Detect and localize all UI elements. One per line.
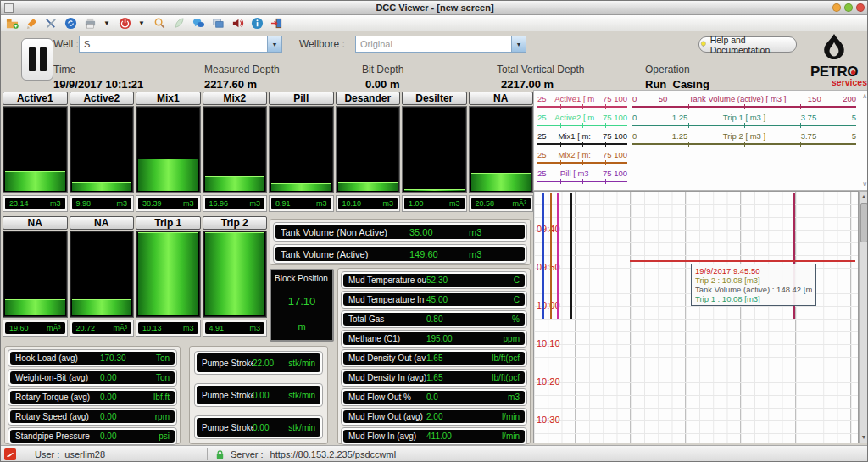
tank-active1: Active1 23.14m3 [3, 92, 68, 212]
server-value: https://80.153.2.235/psdccwml [270, 449, 397, 459]
tank-na-2: NA 19.60mÂ³ [3, 216, 68, 337]
mud-density-in-row: Mud Density In (avg)1.65lb/ft(pcf [343, 371, 525, 384]
param-value: 45.00 [426, 295, 476, 304]
param-label: Methane (C1) [348, 334, 426, 343]
hook-load-row: Hook Load (avg)170.30Ton [10, 352, 175, 365]
user-value: userlim28 [64, 449, 105, 459]
tank-na-1: NA 20.58mÂ³ [469, 92, 534, 212]
measured-depth-value: 2217.60 m [204, 78, 257, 91]
sound-icon[interactable] [231, 17, 244, 30]
param-unit: Ton [141, 353, 170, 363]
tank-gauge [402, 106, 467, 193]
tank-fill [338, 182, 398, 191]
chevron-down-icon[interactable]: ▼ [511, 36, 526, 52]
power-icon[interactable] [119, 17, 131, 30]
tank-value: 20.58 [476, 199, 495, 208]
well-select[interactable]: S ▼ [79, 36, 282, 53]
tools-icon[interactable] [45, 17, 58, 30]
param-value: 0.00 [253, 391, 281, 400]
chart-scrollbar[interactable]: ▲ ▼ [859, 191, 868, 443]
info-icon[interactable] [251, 17, 264, 30]
tank-fill [5, 299, 65, 315]
tank-unit: m3 [183, 199, 194, 208]
edit-icon[interactable] [25, 17, 38, 30]
tank-mix2: Mix2 16.96m3 [203, 92, 268, 212]
param-unit: stk/min [281, 423, 315, 432]
param-label: Mud Density In (avg) [348, 373, 426, 382]
scroll-down-icon[interactable]: ▼ [860, 432, 868, 443]
param-unit: stk/min [281, 359, 315, 368]
minimize-button[interactable] [832, 3, 841, 12]
chevron-down-icon[interactable]: ▼ [267, 36, 281, 52]
user-label: User : [35, 449, 59, 459]
tank-fill [271, 183, 331, 191]
tank-unit: m3 [449, 199, 460, 208]
scroll-up-icon[interactable]: ▲ [860, 192, 868, 202]
tank-value: 10.10 [342, 199, 362, 208]
param-label: Pumpe Stroke #3 [202, 423, 253, 432]
legend-row-trip2: 01.25Trip 2 [ m3 ]3.755 [632, 131, 856, 145]
param-unit: lb/ft(pcf [476, 373, 520, 382]
flame-icon [819, 33, 849, 60]
measured-depth-label: Measured Depth [204, 64, 280, 75]
tooltip-trip1: Trip 1 : 10.08 [m3] [695, 294, 812, 303]
tank-desilter: Desilter 1.00m3 [402, 92, 467, 212]
param-value: 0.00 [100, 392, 141, 402]
tooltip-time: 19/9/2017 9:45:50 [695, 266, 812, 276]
tank-gauge [3, 106, 68, 193]
power-dropdown-icon[interactable]: ▼ [138, 19, 147, 27]
tank-trip1: Trip 1 10.13m3 [136, 216, 201, 337]
scrollbar-thumb[interactable] [860, 203, 868, 242]
bit-depth-value: 0.00 m [365, 78, 399, 91]
param-value: 22.00 [253, 359, 281, 368]
exit-icon[interactable] [270, 17, 283, 30]
param-label: Tank Volume (Active) [281, 249, 409, 259]
new-screen-icon[interactable] [6, 17, 19, 30]
param-unit: stk/min [281, 391, 315, 400]
param-value: 0.00 [100, 373, 141, 382]
close-button[interactable] [856, 3, 865, 12]
param-label: Weight-on-Bit (avg) [15, 373, 100, 382]
chart-trace-magenta [557, 193, 559, 319]
tank-gauge [70, 106, 135, 193]
tank-unit: m3 [249, 199, 260, 208]
chart-legend: 25Active1 [ m75 100 25Active2 [ m75 100 … [533, 90, 868, 191]
time-chart-plot[interactable]: 09:40 09:50 10:00 10:10 10:20 10:30 19/9… [533, 191, 859, 443]
print-icon[interactable] [84, 17, 97, 30]
tank-fill [72, 182, 132, 191]
legend-row-trip1: 01.25Trip 1 [ m3 ]3.755 [632, 113, 856, 126]
chart-tooltip: 19/9/2017 9:45:50 Trip 2 : 10.08 [m3] Ta… [691, 264, 816, 306]
chat-icon[interactable] [192, 17, 205, 30]
windows-icon[interactable] [212, 17, 225, 30]
wellbore-select[interactable]: Original ▼ [355, 36, 526, 53]
param-unit: ppm [476, 334, 520, 343]
legend-scroll-up-icon[interactable]: ∧ [862, 92, 867, 100]
param-label: Tank Volume (Non Active) [281, 227, 409, 237]
pump-params-panel: Pumpe Stroke #122.00stk/min Pumpe Stroke… [189, 346, 328, 444]
tank-fill [471, 173, 531, 191]
tank-fill [138, 232, 198, 315]
tank-gauge [269, 106, 334, 193]
tank-active2: Active2 9.98m3 [70, 92, 135, 212]
refresh-icon[interactable] [64, 17, 77, 30]
search-icon[interactable] [153, 17, 166, 30]
tank-value: 10.13 [142, 324, 162, 332]
tank-fill [5, 171, 65, 191]
mud-temp-in-row: Mud Temperature In (avg)45.00C [343, 293, 525, 306]
param-unit: % [476, 314, 520, 324]
help-button[interactable]: Help and Documentation [698, 36, 797, 53]
annotate-icon[interactable] [173, 17, 186, 30]
maximize-button[interactable] [844, 3, 853, 12]
print-dropdown-icon[interactable]: ▼ [103, 19, 112, 27]
param-value: 0.0 [426, 392, 476, 402]
tank-fill [205, 176, 265, 191]
tank-gauge [70, 231, 135, 318]
pause-button[interactable] [21, 38, 53, 81]
param-unit: lbf.ft [141, 392, 170, 402]
tank-gauge [203, 231, 268, 318]
time-label: Time [53, 64, 75, 75]
legend-scroll-down-icon[interactable]: ∨ [862, 181, 867, 188]
param-label: Hook Load (avg) [15, 353, 100, 363]
toolbar: ▼ ▼ [1, 15, 868, 31]
tank-value: 23.14 [9, 199, 29, 208]
